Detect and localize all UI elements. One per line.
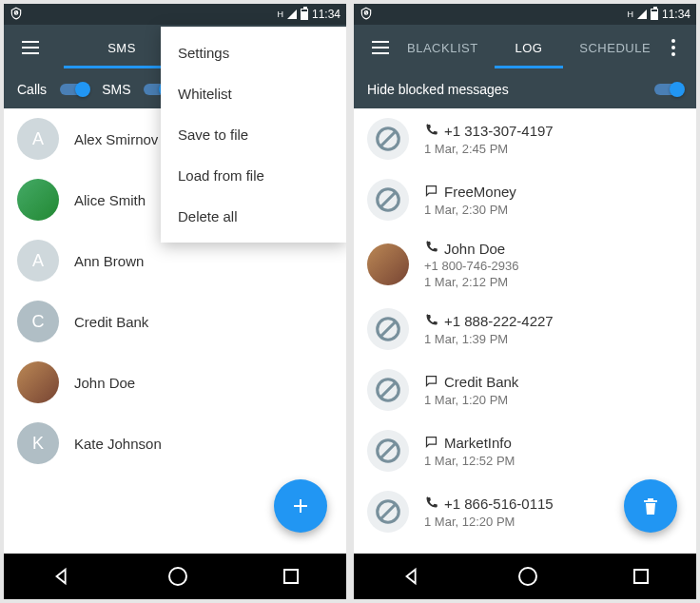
nav-home-icon[interactable] bbox=[168, 567, 187, 586]
sms-icon bbox=[424, 374, 438, 391]
svg-line-5 bbox=[381, 132, 396, 146]
blocked-icon bbox=[367, 179, 409, 221]
svg-line-13 bbox=[381, 444, 396, 458]
menu-item-save[interactable]: Save to file bbox=[161, 114, 346, 155]
avatar: C bbox=[17, 301, 59, 342]
log-time: 1 Mar, 1:20 PM bbox=[424, 393, 683, 407]
svg-line-15 bbox=[381, 505, 396, 519]
phone-icon bbox=[424, 240, 438, 257]
contact-name: Kate Johnson bbox=[74, 436, 162, 452]
avatar bbox=[367, 243, 409, 285]
blocked-icon bbox=[367, 308, 409, 350]
network-indicator: H bbox=[277, 10, 283, 19]
log-title: MarketInfo bbox=[444, 435, 512, 451]
sms-icon bbox=[424, 435, 438, 452]
avatar bbox=[17, 361, 59, 403]
contact-name: Alice Smith bbox=[74, 192, 146, 208]
blocked-icon bbox=[367, 369, 409, 411]
tab-bar: BLACKLIST LOG SCHEDULE bbox=[399, 28, 658, 68]
nav-bar bbox=[4, 554, 346, 599]
phone-icon bbox=[424, 313, 438, 330]
log-title: John Doe bbox=[444, 241, 505, 257]
list-item[interactable]: K Kate Johnson bbox=[4, 413, 346, 474]
blocked-icon bbox=[367, 118, 409, 160]
phone-icon bbox=[424, 496, 438, 513]
log-item[interactable]: John Doe+1 800-746-29361 Mar, 2:12 PM bbox=[354, 230, 696, 299]
clock: 11:34 bbox=[312, 8, 340, 21]
nav-recent-icon[interactable] bbox=[283, 569, 299, 584]
blocked-icon bbox=[367, 491, 409, 533]
tab-log[interactable]: LOG bbox=[486, 28, 573, 68]
log-time: 1 Mar, 1:39 PM bbox=[424, 332, 683, 346]
log-title: +1 888-222-4227 bbox=[444, 313, 554, 329]
nav-bar bbox=[354, 554, 696, 599]
menu-button[interactable] bbox=[361, 41, 399, 54]
signal-icon bbox=[287, 10, 297, 19]
log-item[interactable]: MarketInfo1 Mar, 12:52 PM bbox=[354, 420, 696, 481]
trash-icon bbox=[639, 495, 662, 517]
filter-calls-label: Calls bbox=[17, 82, 47, 97]
svg-line-11 bbox=[381, 383, 396, 398]
menu-item-delete-all[interactable]: Delete all bbox=[161, 196, 346, 237]
contact-name: Credit Bank bbox=[74, 314, 148, 330]
battery-icon bbox=[651, 9, 658, 20]
contact-name: Alex Smirnov bbox=[74, 131, 158, 147]
toggle-hide-blocked[interactable] bbox=[654, 84, 683, 95]
list-item[interactable]: John Doe bbox=[4, 352, 346, 413]
log-time: 1 Mar, 12:52 PM bbox=[424, 454, 683, 468]
nav-back-icon[interactable] bbox=[51, 566, 72, 587]
signal-icon bbox=[637, 10, 647, 19]
nav-back-icon[interactable] bbox=[401, 566, 422, 587]
svg-line-7 bbox=[381, 193, 396, 207]
avatar: A bbox=[17, 118, 59, 160]
contact-name: John Doe bbox=[74, 375, 135, 391]
hide-blocked-label: Hide blocked messages bbox=[367, 82, 641, 97]
log-time: 1 Mar, 2:12 PM bbox=[424, 275, 683, 289]
log-title: FreeMoney bbox=[444, 184, 516, 200]
avatar: A bbox=[17, 240, 59, 282]
battery-icon bbox=[301, 9, 308, 20]
blocked-icon bbox=[367, 430, 409, 472]
avatar: K bbox=[17, 422, 59, 464]
status-bar: H 11:34 bbox=[354, 4, 696, 25]
app-bar: BLACKLIST LOG SCHEDULE bbox=[354, 25, 696, 70]
tab-blacklist[interactable]: BLACKLIST bbox=[399, 28, 486, 68]
phone-left: H 11:34 SMS B Calls SMS A Alex Smirnov A… bbox=[4, 4, 346, 599]
log-title: +1 866-516-0115 bbox=[444, 496, 554, 512]
overflow-button[interactable] bbox=[658, 39, 689, 56]
menu-item-load[interactable]: Load from file bbox=[161, 155, 346, 196]
avatar bbox=[17, 179, 59, 221]
toggle-calls[interactable] bbox=[60, 84, 88, 95]
menu-item-whitelist[interactable]: Whitelist bbox=[161, 73, 346, 114]
nav-home-icon[interactable] bbox=[518, 567, 537, 586]
shield-icon bbox=[360, 7, 373, 23]
log-title: +1 313-307-4197 bbox=[444, 123, 554, 139]
fab-add[interactable] bbox=[274, 479, 327, 533]
log-title: Credit Bank bbox=[444, 374, 518, 390]
network-indicator: H bbox=[627, 10, 633, 19]
log-item[interactable]: FreeMoney1 Mar, 2:30 PM bbox=[354, 169, 696, 230]
svg-line-9 bbox=[381, 322, 396, 337]
list-item[interactable]: C Credit Bank bbox=[4, 291, 346, 352]
filter-sms-label: SMS bbox=[102, 82, 130, 97]
option-bar: Hide blocked messages bbox=[354, 70, 696, 108]
log-item[interactable]: Credit Bank1 Mar, 1:20 PM bbox=[354, 360, 696, 420]
log-item[interactable]: +1 313-307-41971 Mar, 2:45 PM bbox=[354, 108, 696, 169]
menu-item-settings[interactable]: Settings bbox=[161, 32, 346, 73]
status-bar: H 11:34 bbox=[4, 4, 346, 25]
phone-right: H 11:34 BLACKLIST LOG SCHEDULE Hide bloc… bbox=[354, 4, 696, 599]
log-number: +1 800-746-2936 bbox=[424, 259, 683, 273]
overflow-menu: Settings Whitelist Save to file Load fro… bbox=[161, 27, 346, 243]
sms-icon bbox=[424, 184, 438, 201]
menu-button[interactable] bbox=[11, 41, 49, 54]
log-time: 1 Mar, 2:45 PM bbox=[424, 142, 683, 156]
nav-recent-icon[interactable] bbox=[633, 569, 649, 584]
log-item[interactable]: +1 888-222-42271 Mar, 1:39 PM bbox=[354, 299, 696, 360]
phone-icon bbox=[424, 123, 438, 140]
shield-icon bbox=[10, 7, 23, 23]
tab-schedule[interactable]: SCHEDULE bbox=[572, 28, 658, 68]
clock: 11:34 bbox=[662, 8, 690, 21]
contact-name: Ann Brown bbox=[74, 253, 144, 269]
plus-icon bbox=[289, 495, 312, 517]
fab-delete[interactable] bbox=[624, 479, 677, 533]
